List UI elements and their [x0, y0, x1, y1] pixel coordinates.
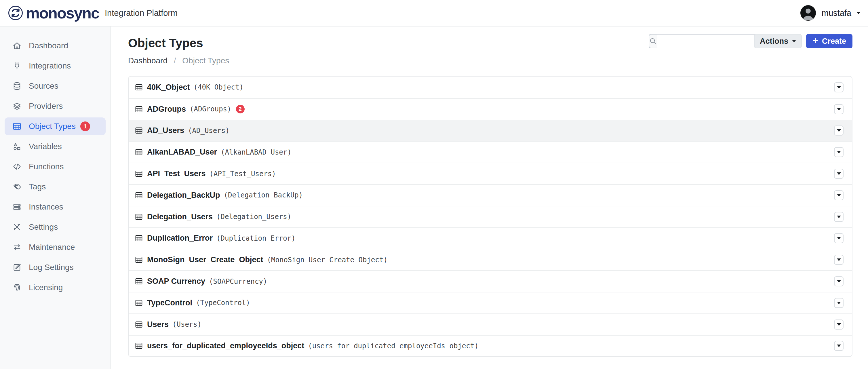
- row-menu-button[interactable]: [834, 298, 843, 308]
- sidebar-item-tags[interactable]: Tags: [5, 178, 105, 196]
- row-menu-button[interactable]: [834, 319, 843, 330]
- object-type-code: (AD_Users): [188, 127, 230, 135]
- object-type-row[interactable]: Duplication_Error(Duplication_Error): [129, 227, 852, 249]
- object-type-row[interactable]: AD_Users(AD_Users): [129, 120, 852, 141]
- row-menu-button[interactable]: [834, 255, 843, 265]
- object-type-name: TypeControl: [147, 299, 192, 307]
- sidebar-item-providers[interactable]: Providers: [5, 97, 105, 115]
- object-type-code: (AlkanLABAD_User): [221, 148, 291, 156]
- tools-icon: [13, 223, 21, 232]
- caret-down-icon: [837, 108, 841, 111]
- avatar: [800, 5, 816, 21]
- object-type-row[interactable]: users_for_duplicated_employeeIds_object(…: [129, 335, 852, 357]
- row-menu-button[interactable]: [834, 125, 843, 135]
- breadcrumb-dashboard-link[interactable]: Dashboard: [128, 56, 167, 65]
- object-type-row[interactable]: SOAP Currency(SOAPCurrency): [129, 270, 852, 292]
- caret-down-icon: [837, 237, 841, 240]
- toolbar: Actions + Create: [649, 34, 852, 48]
- sidebar-item-object-types[interactable]: Object Types1: [5, 117, 105, 135]
- object-type-name: 40K_Object: [147, 83, 190, 92]
- table-icon: [135, 299, 143, 307]
- sidebar-item-label: Integrations: [29, 61, 71, 70]
- brand-wordmark: monosync: [26, 5, 99, 21]
- caret-down-icon: [837, 86, 841, 89]
- sidebar-item-licensing[interactable]: Licensing: [5, 279, 105, 297]
- object-type-row[interactable]: 40K_Object(40K_Object): [129, 76, 852, 98]
- object-type-row[interactable]: TypeControl(TypeControl): [129, 292, 852, 313]
- object-type-code: (SOAPCurrency): [209, 277, 267, 285]
- search-icon: [649, 37, 657, 45]
- row-menu-button[interactable]: [834, 276, 843, 286]
- create-button[interactable]: + Create: [806, 34, 852, 48]
- object-type-row[interactable]: Delegation_Users(Delegation_Users): [129, 206, 852, 227]
- caret-down-icon: [837, 129, 841, 132]
- stack-icon: [13, 203, 21, 211]
- sidebar: DashboardIntegrationsSourcesProvidersObj…: [0, 27, 111, 369]
- sidebar-item-integrations[interactable]: Integrations: [5, 57, 105, 75]
- sidebar-item-maintenance[interactable]: Maintenance: [5, 238, 105, 256]
- swap-icon: [13, 243, 21, 252]
- sidebar-item-functions[interactable]: Functions: [5, 158, 105, 176]
- fingerprint-icon: [13, 283, 21, 292]
- object-type-name: Delegation_Users: [147, 212, 213, 221]
- user-name: mustafa: [822, 8, 851, 18]
- row-menu-button[interactable]: [834, 190, 843, 200]
- caret-down-icon: [837, 216, 841, 218]
- object-type-row[interactable]: API_Test_Users(API_Test_Users): [129, 163, 852, 184]
- sidebar-item-label: Dashboard: [29, 41, 68, 50]
- sidebar-item-label: Object Types: [29, 122, 76, 131]
- object-type-code: (Users): [173, 320, 202, 329]
- sidebar-item-instances[interactable]: Instances: [5, 198, 105, 216]
- row-menu-button[interactable]: [834, 82, 843, 92]
- row-menu-button[interactable]: [834, 147, 843, 157]
- breadcrumb-current: Object Types: [182, 56, 229, 65]
- object-type-list: 40K_Object(40K_Object)ADGroups(ADGroups)…: [128, 76, 852, 357]
- row-count-badge: 2: [236, 105, 245, 114]
- table-icon: [135, 170, 143, 178]
- table-icon: [135, 277, 143, 285]
- object-type-name: AlkanLABAD_User: [147, 148, 217, 157]
- actions-button[interactable]: Actions: [754, 34, 802, 48]
- object-type-row[interactable]: Delegation_BackUp(Delegation_BackUp): [129, 184, 852, 206]
- sidebar-item-dashboard[interactable]: Dashboard: [5, 37, 105, 55]
- sidebar-item-label: Log Settings: [29, 263, 74, 272]
- tag-icon: [13, 183, 21, 191]
- object-type-code: (Delegation_BackUp): [224, 191, 303, 199]
- table-icon: [135, 191, 143, 199]
- object-type-name: Users: [147, 320, 169, 329]
- caret-down-icon: [792, 40, 796, 42]
- user-menu[interactable]: mustafa: [800, 5, 861, 21]
- sidebar-item-settings[interactable]: Settings: [5, 218, 105, 236]
- row-menu-button[interactable]: [834, 104, 843, 114]
- object-type-row[interactable]: Users(Users): [129, 313, 852, 335]
- code-icon: [13, 162, 21, 171]
- object-type-name: ADGroups: [147, 105, 186, 114]
- sidebar-item-label: Providers: [29, 102, 63, 111]
- sidebar-item-label: Licensing: [29, 283, 63, 292]
- caret-down-icon: [837, 344, 841, 347]
- page-title: Object Types: [128, 36, 229, 50]
- table-icon: [135, 127, 143, 134]
- row-menu-button[interactable]: [834, 169, 843, 179]
- object-type-row[interactable]: MonoSign_User_Create_Object(MonoSign_Use…: [129, 249, 852, 270]
- sidebar-item-variables[interactable]: Variables: [5, 137, 105, 155]
- sidebar-item-label: Tags: [29, 182, 46, 191]
- sidebar-item-label: Instances: [29, 202, 63, 212]
- object-type-name: users_for_duplicated_employeeIds_object: [147, 341, 304, 350]
- brand-link[interactable]: monosync Integration Platform: [7, 5, 178, 21]
- sidebar-item-sources[interactable]: Sources: [5, 77, 105, 95]
- chevron-down-icon: [857, 12, 861, 14]
- caret-down-icon: [837, 194, 841, 196]
- brand-subtitle: Integration Platform: [105, 9, 178, 17]
- row-menu-button[interactable]: [834, 212, 843, 222]
- search-group: [649, 34, 747, 48]
- row-menu-button[interactable]: [834, 341, 843, 351]
- sidebar-item-log-settings[interactable]: Log Settings: [5, 258, 105, 276]
- object-type-row[interactable]: ADGroups(ADGroups)2: [129, 98, 852, 120]
- object-type-row[interactable]: AlkanLABAD_User(AlkanLABAD_User): [129, 141, 852, 163]
- row-menu-button[interactable]: [834, 233, 843, 243]
- plug-icon: [13, 62, 21, 70]
- search-input[interactable]: [657, 34, 763, 48]
- shapes-icon: [13, 142, 21, 151]
- home-icon: [13, 41, 21, 50]
